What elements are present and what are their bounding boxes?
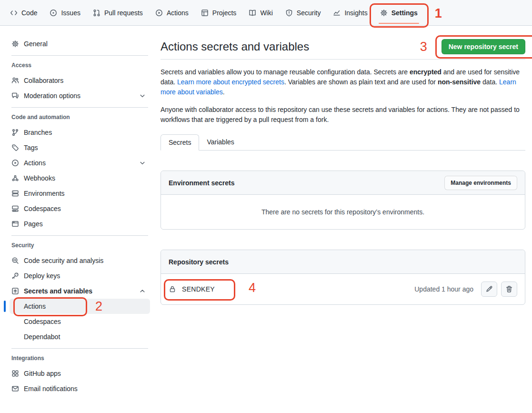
gear-icon (380, 9, 388, 17)
divider (11, 55, 148, 56)
non-sensitive-emphasis: non-sensitive (438, 78, 481, 86)
sidebar-item-moderation-options[interactable]: Moderation options (10, 88, 150, 103)
tab-label: Insights (344, 9, 367, 17)
sidebar-item-actions[interactable]: Actions (10, 155, 150, 171)
sidebar-subitem-actions[interactable]: Actions 2 (10, 299, 150, 314)
description-paragraph: Secrets and variables allow you to manag… (161, 67, 525, 97)
key-asterisk-icon (11, 287, 19, 295)
secret-updated-text: Updated 1 hour ago (414, 285, 473, 293)
sidebar-item-environments[interactable]: Environments (10, 186, 150, 201)
tab-settings[interactable]: Settings 1 (374, 0, 424, 25)
encrypted-secrets-link[interactable]: Learn more about encrypted secrets (177, 78, 284, 86)
git-pull-request-icon (93, 9, 100, 17)
secret-name: SENDKEY (182, 285, 215, 293)
tab-wiki[interactable]: Wiki (242, 0, 279, 25)
sidebar-item-tags[interactable]: Tags (10, 140, 150, 155)
sidebar-item-secrets-and-variables[interactable]: Secrets and variables (10, 283, 150, 299)
sidebar-item-collaborators[interactable]: Collaborators (10, 73, 150, 88)
active-indicator (4, 301, 6, 312)
annotation-number-4: 4 (249, 282, 256, 294)
shield-icon (285, 9, 293, 17)
tab-label: Security (297, 9, 321, 17)
tab-variables[interactable]: Variables (199, 134, 241, 151)
play-icon (155, 9, 163, 17)
tab-label: Code (21, 9, 37, 17)
pencil-icon (485, 285, 493, 293)
mail-icon (11, 385, 19, 393)
code-icon (10, 9, 18, 17)
tab-label: Projects (212, 9, 237, 17)
webhook-icon (11, 174, 19, 182)
gear-icon (11, 40, 19, 48)
section-header-security: Security (10, 241, 150, 250)
sidebar-item-branches[interactable]: Branches (10, 125, 150, 140)
environment-secrets-title: Environment secrets (169, 179, 235, 187)
sidebar-item-codespaces[interactable]: Codespaces (10, 201, 150, 216)
sidebar-item-github-apps[interactable]: GitHub apps (10, 366, 150, 381)
encrypted-emphasis: encrypted (410, 68, 442, 76)
delete-secret-button[interactable] (501, 282, 517, 297)
tab-pull-requests[interactable]: Pull requests (87, 0, 149, 25)
sidebar-item-code-security[interactable]: Code security and analysis (10, 253, 150, 268)
play-icon (11, 159, 19, 167)
repository-secrets-title: Repository secrets (169, 258, 229, 266)
edit-secret-button[interactable] (481, 282, 497, 297)
sidebar-item-deploy-keys[interactable]: Deploy keys (10, 268, 150, 283)
sidebar-item-webhooks[interactable]: Webhooks (10, 171, 150, 186)
tag-icon (11, 144, 19, 151)
divider (11, 107, 148, 108)
git-branch-icon (11, 129, 19, 136)
section-header-code-automation: Code and automation (10, 112, 150, 122)
graph-icon (333, 9, 341, 17)
sidebar-item-general[interactable]: General (10, 36, 150, 51)
divider (11, 235, 148, 236)
sidebar-subitem-dependabot[interactable]: Dependabot (10, 329, 150, 344)
section-header-integrations: Integrations (10, 353, 150, 363)
divider (11, 348, 148, 349)
tab-security[interactable]: Security (279, 0, 327, 25)
new-repository-secret-button[interactable]: New repository secret (442, 39, 525, 54)
sidebar-item-pages[interactable]: Pages (10, 216, 150, 232)
manage-environments-button[interactable]: Manage environments (444, 176, 517, 190)
tab-label: Actions (167, 9, 189, 17)
page-title: Actions secrets and variables (161, 39, 309, 54)
issue-opened-icon (50, 9, 57, 17)
access-note-paragraph: Anyone with collaborator access to this … (161, 105, 525, 125)
tab-insights[interactable]: Insights (327, 0, 373, 25)
browser-icon (11, 220, 19, 228)
lock-icon (169, 285, 176, 293)
book-icon (249, 9, 256, 17)
annotation-number-2: 2 (95, 300, 102, 313)
tab-issues[interactable]: Issues (43, 0, 86, 25)
codescan-icon (11, 257, 19, 264)
secret-row: SENDKEY 4 Updated 1 hour ago (161, 274, 525, 304)
tab-label: Pull requests (104, 9, 143, 17)
active-tab-underline (379, 23, 419, 24)
main-content: Actions secrets and variables New reposi… (161, 26, 532, 305)
server-icon (11, 190, 19, 197)
tab-actions[interactable]: Actions (149, 0, 195, 25)
repo-tab-nav: Code Issues Pull requests Actions Projec… (0, 0, 532, 26)
sidebar-item-email-notifications[interactable]: Email notifications (10, 381, 150, 396)
tab-projects[interactable]: Projects (195, 0, 243, 25)
annotation-number-1: 1 (435, 7, 442, 20)
section-header-access: Access (10, 60, 150, 70)
sidebar-subitem-codespaces[interactable]: Codespaces (10, 314, 150, 329)
settings-sidebar: General Access Collaborators Moderation … (0, 26, 161, 396)
key-icon (11, 272, 19, 280)
tab-code[interactable]: Code (4, 0, 43, 25)
chevron-down-icon (139, 92, 146, 100)
comment-discussion-icon (11, 92, 19, 100)
environment-secrets-box: Environment secrets Manage environments … (161, 171, 525, 230)
environment-secrets-empty-text: There are no secrets for this repository… (161, 195, 525, 229)
tab-secrets[interactable]: Secrets (161, 134, 199, 151)
chevron-down-icon (139, 159, 146, 167)
people-icon (11, 77, 19, 84)
chevron-up-icon (139, 287, 146, 295)
table-icon (201, 9, 209, 17)
trash-icon (505, 285, 513, 293)
apps-icon (11, 370, 19, 377)
tab-label: Settings (391, 9, 418, 17)
codespaces-icon (11, 205, 19, 212)
secrets-variables-tabnav: Secrets Variables (161, 134, 525, 151)
